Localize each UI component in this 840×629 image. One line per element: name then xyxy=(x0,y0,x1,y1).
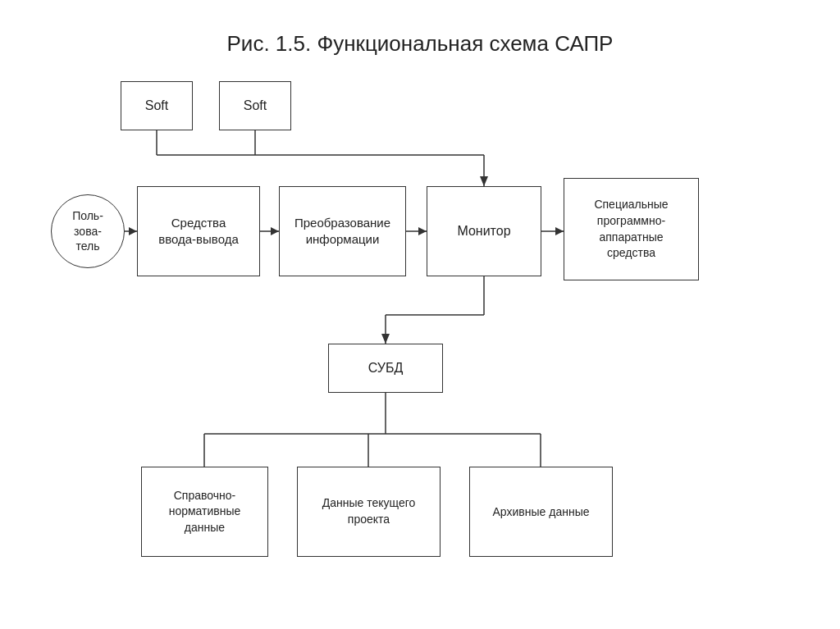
diagram: Soft Soft Поль- зова- тель Средства ввод… xyxy=(51,81,789,590)
svg-marker-6 xyxy=(129,227,137,235)
dbms-box: СУБД xyxy=(328,344,443,393)
current-box: Данные текущего проекта xyxy=(297,467,441,557)
svg-marker-16 xyxy=(381,334,390,344)
reference-box: Справочно‑ нормативные данные xyxy=(141,467,268,557)
page-title: Рис. 1.5. Функциональная схема САПР xyxy=(0,0,840,81)
special-box: Специальные программно‑ аппаратные средс… xyxy=(564,178,699,280)
soft1-box: Soft xyxy=(121,81,193,130)
transform-box: Преобразование информации xyxy=(279,186,406,276)
svg-marker-4 xyxy=(480,176,488,186)
svg-marker-10 xyxy=(418,227,427,235)
user-circle: Поль- зова- тель xyxy=(51,194,125,268)
monitor-box: Монитор xyxy=(427,186,541,276)
page: Рис. 1.5. Функциональная схема САПР Soft… xyxy=(0,0,840,629)
io-box: Средства ввода‑вывода xyxy=(137,186,260,276)
soft2-box: Soft xyxy=(219,81,291,130)
svg-marker-12 xyxy=(555,227,564,235)
svg-marker-8 xyxy=(271,227,279,235)
archive-box: Архивные данные xyxy=(469,467,613,557)
